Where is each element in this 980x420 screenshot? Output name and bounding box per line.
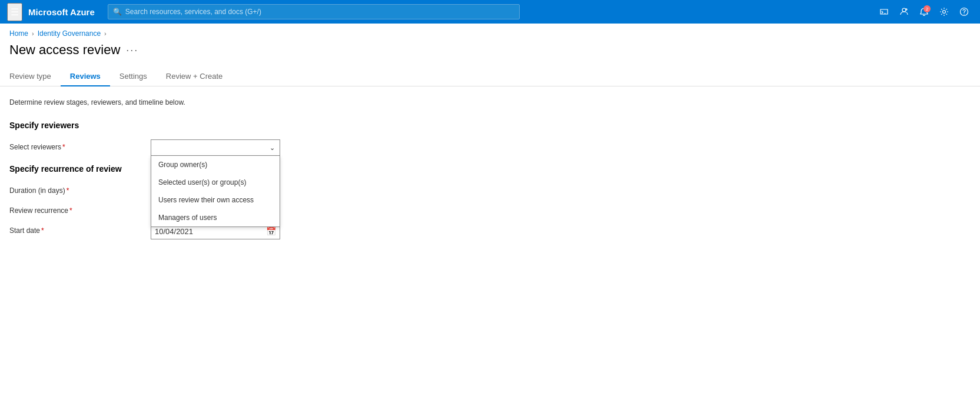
- tab-review-create[interactable]: Review + Create: [157, 67, 232, 86]
- tab-settings[interactable]: Settings: [110, 67, 157, 86]
- hamburger-button[interactable]: ☰: [7, 3, 22, 21]
- required-star-recurrence: *: [69, 206, 72, 215]
- search-bar[interactable]: 🔍: [108, 4, 520, 19]
- breadcrumb-identity-governance[interactable]: Identity Governance: [38, 29, 101, 38]
- svg-point-0: [902, 8, 906, 12]
- topbar: ☰ Microsoft Azure 🔍 2: [0, 0, 980, 24]
- dropdown-item-selected-users[interactable]: Selected user(s) or group(s): [151, 174, 280, 191]
- search-input[interactable]: [125, 8, 514, 16]
- notifications-button[interactable]: 2: [915, 3, 933, 21]
- select-reviewers-label: Select reviewers*: [9, 139, 151, 151]
- cloud-shell-button[interactable]: [875, 3, 893, 21]
- select-reviewers-dropdown[interactable]: ⌄: [151, 139, 280, 156]
- select-reviewers-dropdown-wrapper: ⌄ Group owner(s) Selected user(s) or gro…: [151, 139, 280, 156]
- breadcrumb-sep-1: ›: [32, 30, 34, 37]
- breadcrumb-sep-2: ›: [104, 30, 107, 37]
- svg-point-3: [964, 14, 964, 14]
- required-star-duration: *: [67, 186, 69, 195]
- breadcrumb-home[interactable]: Home: [9, 29, 28, 38]
- notification-badge: 2: [923, 5, 931, 12]
- help-button[interactable]: [955, 3, 973, 21]
- duration-label: Duration (in days)*: [9, 183, 151, 195]
- breadcrumb: Home › Identity Governance ›: [0, 24, 980, 40]
- search-icon: 🔍: [113, 8, 122, 16]
- app-title: Microsoft Azure: [28, 7, 95, 17]
- recurrence-label: Review recurrence*: [9, 203, 151, 215]
- directory-button[interactable]: [895, 3, 913, 21]
- chevron-down-icon: ⌄: [270, 144, 275, 152]
- start-date-input[interactable]: [155, 227, 266, 236]
- select-reviewers-row: Select reviewers* ⌄ Group owner(s) Selec…: [9, 139, 971, 156]
- required-star: *: [62, 143, 65, 151]
- dropdown-menu: Group owner(s) Selected user(s) or group…: [151, 156, 280, 227]
- svg-point-1: [943, 11, 946, 14]
- tab-reviews[interactable]: Reviews: [61, 67, 110, 86]
- page-title-row: New access review ···: [0, 40, 980, 67]
- subtitle: Determine review stages, reviewers, and …: [9, 98, 971, 106]
- specify-reviewers-header: Specify reviewers: [9, 121, 971, 130]
- topbar-icons: 2: [875, 3, 973, 21]
- dropdown-item-group-owners[interactable]: Group owner(s): [151, 156, 280, 174]
- dropdown-item-self-review[interactable]: Users review their own access: [151, 191, 280, 209]
- settings-button[interactable]: [935, 3, 953, 21]
- dropdown-item-managers[interactable]: Managers of users: [151, 209, 280, 226]
- tabs: Review type Reviews Settings Review + Cr…: [0, 67, 980, 86]
- main-content: Determine review stages, reviewers, and …: [0, 86, 980, 259]
- start-date-label: Start date*: [9, 223, 151, 235]
- tab-review-type[interactable]: Review type: [9, 67, 61, 86]
- page-title: New access review: [9, 42, 120, 58]
- calendar-icon[interactable]: 📅: [266, 226, 276, 236]
- required-star-startdate: *: [41, 226, 44, 235]
- page-title-ellipsis[interactable]: ···: [126, 44, 138, 56]
